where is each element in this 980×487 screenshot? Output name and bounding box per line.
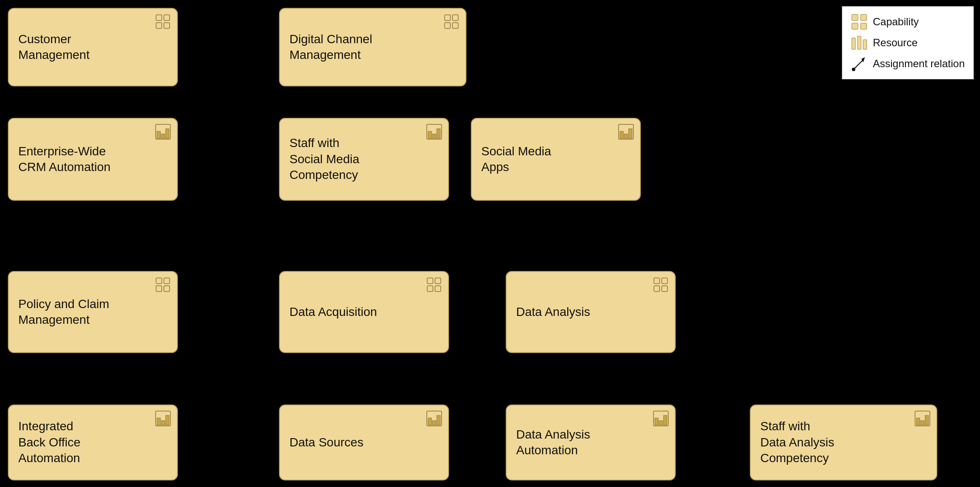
- svg-rect-27: [435, 286, 441, 292]
- svg-rect-49: [861, 14, 867, 21]
- digital-channel-management-label: Digital Channel Management: [289, 31, 372, 63]
- svg-rect-29: [662, 278, 667, 284]
- social-media-apps-icon: [618, 124, 634, 140]
- integrated-back-office-label: Integrated Back Office Automation: [18, 418, 81, 466]
- svg-rect-35: [166, 415, 169, 425]
- data-sources-label: Data Sources: [289, 435, 364, 450]
- legend-resource-label: Resource: [873, 37, 918, 49]
- svg-rect-20: [156, 278, 162, 284]
- svg-rect-9: [157, 131, 160, 138]
- svg-rect-13: [428, 131, 432, 138]
- enterprise-crm-label: Enterprise-Wide CRM Automation: [18, 144, 111, 175]
- svg-rect-22: [156, 286, 162, 292]
- capability-icon: [851, 14, 868, 30]
- legend-assignment: Assignment relation: [851, 55, 965, 72]
- digital-channel-management: Digital Channel Management: [279, 8, 466, 86]
- data-analysis-label: Data Analysis: [516, 304, 590, 320]
- customer-management-label: Customer Management: [18, 31, 89, 63]
- svg-rect-6: [445, 23, 450, 28]
- svg-rect-43: [664, 415, 667, 425]
- policy-claim-mgmt: Policy and Claim Management: [8, 271, 178, 353]
- svg-rect-41: [655, 418, 658, 425]
- svg-rect-38: [432, 421, 436, 425]
- staff-data-analysis-label: Staff with Data Analysis Competency: [760, 418, 834, 466]
- svg-rect-23: [164, 286, 170, 292]
- digital-channel-management-icon: [444, 14, 459, 30]
- data-acquisition-label: Data Acquisition: [289, 304, 377, 320]
- svg-rect-11: [166, 129, 169, 138]
- legend: Capability Resource Assignment relation: [842, 6, 974, 79]
- svg-rect-47: [925, 415, 929, 425]
- staff-social-media-icon: [426, 124, 442, 140]
- data-analysis: Data Analysis: [506, 271, 676, 353]
- svg-rect-17: [620, 131, 623, 138]
- svg-rect-45: [916, 418, 920, 425]
- legend-capability: Capability: [851, 14, 965, 30]
- svg-rect-15: [437, 129, 440, 138]
- enterprise-crm-icon: [155, 124, 171, 140]
- data-acquisition-icon: [426, 277, 442, 293]
- data-analysis-automation-icon: [653, 411, 669, 426]
- resource-icon: [851, 34, 868, 51]
- svg-rect-53: [858, 36, 861, 49]
- staff-data-analysis-icon: [915, 411, 930, 426]
- svg-rect-1: [164, 15, 170, 21]
- legend-capability-label: Capability: [873, 16, 919, 28]
- svg-rect-48: [852, 14, 858, 21]
- customer-management-icon: [155, 14, 171, 30]
- svg-rect-0: [156, 15, 162, 21]
- svg-rect-18: [624, 134, 628, 138]
- svg-rect-7: [453, 23, 458, 28]
- svg-rect-5: [453, 15, 458, 21]
- diagram-canvas: Customer ManagementDigital Channel Manag…: [0, 0, 980, 487]
- integrated-back-office: Integrated Back Office Automation: [8, 405, 178, 480]
- svg-rect-50: [852, 23, 858, 29]
- svg-rect-30: [654, 286, 660, 292]
- svg-rect-52: [852, 38, 855, 49]
- data-analysis-automation-label: Data Analysis Automation: [516, 427, 590, 459]
- svg-rect-24: [427, 278, 433, 284]
- svg-rect-26: [427, 286, 433, 292]
- social-media-apps: Social Media Apps: [471, 118, 641, 201]
- svg-rect-10: [161, 134, 165, 138]
- social-media-apps-label: Social Media Apps: [481, 144, 551, 175]
- svg-rect-2: [156, 23, 162, 28]
- staff-social-media-label: Staff with Social Media Competency: [289, 135, 359, 183]
- data-sources-icon: [426, 411, 442, 426]
- svg-rect-42: [659, 421, 663, 425]
- legend-resource: Resource: [851, 34, 965, 51]
- svg-rect-51: [861, 23, 867, 29]
- legend-assignment-label: Assignment relation: [873, 58, 965, 70]
- svg-rect-46: [921, 421, 924, 425]
- customer-management: Customer Management: [8, 8, 178, 86]
- svg-rect-19: [629, 129, 632, 138]
- arrow-icon: [851, 55, 868, 72]
- svg-rect-34: [161, 421, 165, 425]
- svg-rect-4: [445, 15, 450, 21]
- data-analysis-automation: Data Analysis Automation: [506, 405, 676, 480]
- svg-rect-3: [164, 23, 170, 28]
- staff-data-analysis: Staff with Data Analysis Competency: [750, 405, 937, 480]
- data-sources: Data Sources: [279, 405, 449, 480]
- enterprise-crm: Enterprise-Wide CRM Automation: [8, 118, 178, 201]
- svg-rect-25: [435, 278, 441, 284]
- integrated-back-office-icon: [155, 411, 171, 426]
- policy-claim-mgmt-icon: [155, 277, 171, 293]
- svg-rect-31: [662, 286, 667, 292]
- data-acquisition: Data Acquisition: [279, 271, 449, 353]
- svg-rect-14: [432, 134, 436, 138]
- staff-social-media: Staff with Social Media Competency: [279, 118, 449, 201]
- svg-rect-39: [437, 415, 440, 425]
- svg-rect-54: [863, 40, 867, 49]
- data-analysis-icon: [653, 277, 669, 293]
- svg-rect-21: [164, 278, 170, 284]
- svg-rect-37: [428, 418, 432, 425]
- svg-rect-28: [654, 278, 660, 284]
- policy-claim-mgmt-label: Policy and Claim Management: [18, 296, 109, 328]
- svg-rect-33: [157, 418, 160, 425]
